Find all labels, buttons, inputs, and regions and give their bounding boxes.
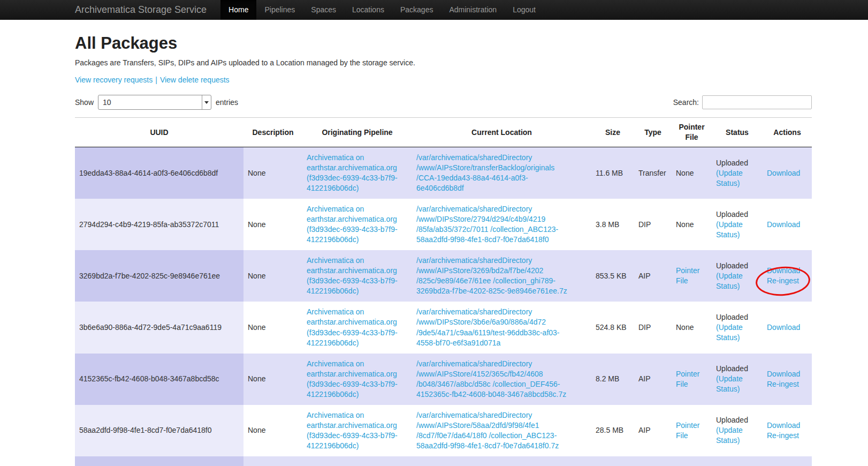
column-header-size[interactable]: Size: [591, 118, 634, 147]
re-ingest-link[interactable]: Re-ingest: [767, 379, 799, 389]
location-link[interactable]: /var/archivematica/sharedDirectory /www/…: [416, 256, 567, 295]
update-status-link[interactable]: (Update Status): [716, 426, 743, 445]
cell-description: None: [243, 199, 302, 250]
status-text: Uploaded: [716, 313, 748, 321]
cell-type: Transfer: [634, 147, 672, 199]
update-status-link[interactable]: (Update Status): [716, 169, 743, 187]
download-link[interactable]: Download: [767, 266, 800, 276]
cell-actions: Download: [763, 199, 812, 250]
cell-size: 11.6 MB: [591, 147, 634, 199]
table-controls: Show 10 entries Search:: [75, 95, 812, 110]
update-status-link[interactable]: (Update Status): [716, 220, 743, 239]
pointer-file-link[interactable]: Pointer File: [676, 421, 699, 440]
cell-size: 28.5 MB: [591, 405, 634, 456]
view-recovery-requests-link[interactable]: View recovery requests: [75, 76, 153, 84]
cell-pointer-file: Pointer File: [672, 354, 712, 405]
update-status-link[interactable]: (Update Status): [716, 272, 743, 290]
show-entries-select[interactable]: 10: [98, 95, 211, 110]
nav-item-packages[interactable]: Packages: [392, 0, 441, 20]
page-title: All Packages: [75, 34, 812, 53]
cell-type: DIP: [634, 199, 672, 250]
packages-table: UUIDDescriptionOriginating PipelineCurre…: [75, 117, 812, 466]
cell-description: None: [243, 405, 302, 456]
cell-pointer-file: None: [672, 199, 712, 250]
column-header-current-location[interactable]: Current Location: [412, 118, 591, 147]
pipeline-link[interactable]: Archivematica on earthstar.archivematica…: [307, 359, 398, 399]
cell-pointer-file: None: [672, 147, 712, 199]
cell-type: DIP: [634, 302, 672, 353]
cell-partial: [634, 456, 672, 466]
search-label: Search:: [673, 98, 699, 107]
nav-item-spaces[interactable]: Spaces: [303, 0, 344, 20]
update-status-link[interactable]: (Update Status): [716, 323, 743, 342]
cell-uuid: 58aa2dfd-9f98-4fe1-8cd7-f0e7da6418f0: [75, 405, 243, 456]
cell-location: /var/archivematica/sharedDirectory /www/…: [412, 250, 591, 302]
download-link[interactable]: Download: [767, 220, 800, 230]
table-row-partial: [75, 456, 812, 466]
cell-uuid: 4152365c-fb42-4608-b048-3467a8bcd58c: [75, 354, 243, 405]
cell-description: None: [243, 354, 302, 405]
status-text: Uploaded: [716, 416, 748, 424]
re-ingest-link[interactable]: Re-ingest: [767, 431, 799, 441]
download-link[interactable]: Download: [767, 322, 800, 333]
status-text: Uploaded: [716, 210, 748, 219]
show-entries-value: 10: [98, 98, 111, 107]
pipeline-link[interactable]: Archivematica on earthstar.archivematica…: [307, 307, 398, 347]
cell-status: Uploaded (Update Status): [712, 250, 763, 302]
status-text: Uploaded: [716, 159, 748, 167]
cell-type: AIP: [634, 250, 672, 302]
search-input[interactable]: [702, 95, 812, 109]
table-row: 2794d294-c4b9-4219-85fa-ab35372c7011None…: [75, 199, 812, 250]
nav-item-locations[interactable]: Locations: [344, 0, 392, 20]
cell-size: 8.2 MB: [591, 354, 634, 405]
page-intro: Packages are Transfers, SIPs, DIPs and A…: [75, 58, 812, 67]
cell-partial: [412, 456, 591, 466]
navbar: Archivematica Storage Service HomePipeli…: [0, 0, 868, 20]
cell-size: 524.8 KB: [591, 302, 634, 353]
app-brand: Archivematica Storage Service: [75, 0, 207, 20]
pipeline-link[interactable]: Archivematica on earthstar.archivematica…: [307, 153, 398, 192]
column-header-actions[interactable]: Actions: [763, 118, 812, 147]
nav-item-home[interactable]: Home: [220, 0, 256, 20]
pointer-file-link[interactable]: Pointer File: [676, 266, 699, 285]
nav-item-logout[interactable]: Logout: [505, 0, 544, 20]
cell-uuid: 2794d294-c4b9-4219-85fa-ab35372c7011: [75, 199, 243, 250]
pipeline-link[interactable]: Archivematica on earthstar.archivematica…: [307, 205, 398, 244]
column-header-status[interactable]: Status: [712, 118, 763, 147]
nav-item-pipelines[interactable]: Pipelines: [256, 0, 303, 20]
cell-pipeline: Archivematica on earthstar.archivematica…: [302, 250, 412, 302]
re-ingest-link-circled-annotation[interactable]: Re-ingest: [767, 276, 799, 286]
cell-pipeline: Archivematica on earthstar.archivematica…: [302, 199, 412, 250]
pipeline-link[interactable]: Archivematica on earthstar.archivematica…: [307, 256, 398, 295]
column-header-pointer-file[interactable]: Pointer File: [672, 118, 712, 147]
download-link[interactable]: Download: [767, 168, 800, 178]
cell-uuid: 19edda43-88a4-4614-a0f3-6e406cd6b8df: [75, 147, 243, 199]
nav-item-administration[interactable]: Administration: [441, 0, 505, 20]
location-link[interactable]: /var/archivematica/sharedDirectory /www/…: [416, 411, 559, 450]
update-status-link[interactable]: (Update Status): [716, 374, 743, 393]
location-link[interactable]: /var/archivematica/sharedDirectory /www/…: [416, 205, 558, 244]
main-nav: HomePipelinesSpacesLocationsPackagesAdmi…: [220, 0, 544, 20]
pointer-file-link[interactable]: Pointer File: [676, 370, 699, 388]
view-delete-requests-link[interactable]: View delete requests: [160, 76, 230, 84]
column-header-originating-pipeline[interactable]: Originating Pipeline: [302, 118, 412, 147]
cell-partial: [302, 456, 412, 466]
cell-partial: [712, 456, 763, 466]
download-link[interactable]: Download: [767, 420, 800, 431]
cell-actions: Download: [763, 302, 812, 353]
location-link[interactable]: /var/archivematica/sharedDirectory /www/…: [416, 153, 554, 192]
location-link[interactable]: /var/archivematica/sharedDirectory /www/…: [416, 359, 566, 399]
request-links: View recovery requests|View delete reque…: [75, 76, 812, 84]
column-header-description[interactable]: Description: [243, 118, 302, 147]
cell-actions: Download: [763, 147, 812, 199]
cell-uuid: 3269bd2a-f7be-4202-825c-9e8946e761ee: [75, 250, 243, 302]
location-link[interactable]: /var/archivematica/sharedDirectory /www/…: [416, 307, 560, 347]
column-header-type[interactable]: Type: [634, 118, 672, 147]
cell-description: None: [243, 147, 302, 199]
status-text: Uploaded: [716, 364, 748, 373]
pipeline-link[interactable]: Archivematica on earthstar.archivematica…: [307, 411, 398, 450]
column-header-uuid[interactable]: UUID: [75, 118, 243, 147]
cell-partial: [591, 456, 634, 466]
download-link[interactable]: Download: [767, 369, 800, 379]
show-label: Show: [75, 98, 94, 107]
